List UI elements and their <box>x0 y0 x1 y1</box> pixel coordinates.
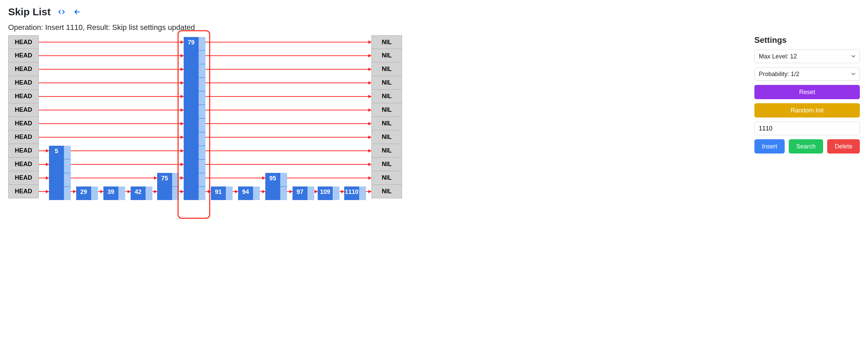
svg-marker-5 <box>73 190 76 193</box>
svg-marker-8 <box>100 190 103 193</box>
skip-node: 5 <box>49 146 71 200</box>
svg-marker-119 <box>368 40 371 44</box>
svg-marker-71 <box>368 149 371 153</box>
skip-node: 39 <box>103 186 125 200</box>
svg-marker-56 <box>46 163 49 166</box>
svg-marker-23 <box>235 190 238 193</box>
svg-marker-47 <box>181 176 184 180</box>
head-cell: HEAD <box>8 117 39 130</box>
value-input[interactable] <box>754 122 860 135</box>
svg-marker-98 <box>181 81 184 85</box>
skip-node-levels <box>226 186 233 200</box>
svg-marker-77 <box>368 136 371 139</box>
skip-node-value: 29 <box>76 186 91 200</box>
skip-node-levels <box>172 173 179 200</box>
svg-marker-50 <box>262 176 265 180</box>
skip-node-levels <box>253 186 260 200</box>
status-text: Operation: Insert 1110, Result: Skip lis… <box>8 23 860 32</box>
nil-cell: NIL <box>371 130 402 144</box>
svg-marker-92 <box>181 95 184 98</box>
reset-button[interactable]: Reset <box>754 85 860 99</box>
svg-marker-80 <box>181 122 184 125</box>
settings-heading: Settings <box>754 35 860 45</box>
svg-marker-83 <box>368 122 371 125</box>
skip-node-levels <box>199 37 205 200</box>
skip-node-value: 109 <box>318 186 333 200</box>
svg-marker-29 <box>289 190 293 193</box>
skip-node-value: 94 <box>238 186 253 200</box>
search-button[interactable]: Search <box>789 139 823 154</box>
skip-node-value: 1110 <box>344 186 359 200</box>
skip-node: 29 <box>76 186 98 200</box>
code-icon[interactable] <box>57 7 66 17</box>
svg-marker-95 <box>368 95 371 98</box>
nil-cell: NIL <box>371 171 402 185</box>
max-level-select[interactable]: Max Level: 12 <box>754 50 860 63</box>
svg-marker-32 <box>315 190 318 193</box>
skip-node: 95 <box>265 173 287 200</box>
nil-cell: NIL <box>371 103 402 117</box>
action-button-row: Insert Search Delete <box>754 139 860 154</box>
skip-node: 91 <box>211 186 233 200</box>
head-column: HEADHEADHEADHEADHEADHEADHEADHEADHEADHEAD… <box>8 35 39 198</box>
skip-node: 1110 <box>344 186 366 200</box>
skip-node-value: 39 <box>103 186 118 200</box>
svg-marker-26 <box>262 190 265 193</box>
head-cell: HEAD <box>8 185 39 198</box>
skip-node-levels <box>118 186 125 200</box>
skip-node-value: 42 <box>131 186 146 200</box>
skip-node-value: 5 <box>49 146 64 200</box>
skip-node-levels <box>359 186 366 200</box>
svg-marker-116 <box>181 40 184 44</box>
svg-marker-110 <box>181 54 184 57</box>
skip-node-value: 79 <box>184 37 199 200</box>
nil-cell: NIL <box>371 144 402 158</box>
delete-button[interactable]: Delete <box>827 139 860 154</box>
skip-node: 94 <box>238 186 260 200</box>
skip-node-levels <box>307 186 314 200</box>
head-cell: HEAD <box>8 158 39 171</box>
skip-node: 42 <box>131 186 152 200</box>
svg-marker-89 <box>368 108 371 112</box>
skip-node-levels <box>146 186 152 200</box>
svg-marker-104 <box>181 68 184 71</box>
svg-marker-74 <box>181 136 184 139</box>
nil-cell: NIL <box>371 35 402 49</box>
skip-node-value: 91 <box>211 186 226 200</box>
svg-marker-62 <box>368 163 371 166</box>
head-cell: HEAD <box>8 76 39 90</box>
skip-node: 109 <box>318 186 339 200</box>
page-header: Skip List <box>8 6 860 18</box>
skip-node: 97 <box>293 186 314 200</box>
skip-node-levels <box>333 186 339 200</box>
svg-marker-2 <box>46 190 49 193</box>
svg-marker-14 <box>154 190 157 193</box>
skip-node-value: 97 <box>293 186 307 200</box>
skip-node-levels <box>91 186 98 200</box>
random-init-button[interactable]: Random Init <box>754 103 860 118</box>
svg-marker-44 <box>154 176 157 180</box>
svg-marker-101 <box>368 81 371 85</box>
head-cell: HEAD <box>8 49 39 62</box>
head-cell: HEAD <box>8 103 39 117</box>
skip-node-value: 95 <box>265 173 280 200</box>
skip-node-levels <box>280 173 287 200</box>
svg-marker-86 <box>181 108 184 112</box>
nil-cell: NIL <box>371 185 402 198</box>
svg-marker-53 <box>368 176 371 180</box>
nil-cell: NIL <box>371 90 402 103</box>
svg-marker-59 <box>181 163 184 166</box>
svg-marker-11 <box>128 190 131 193</box>
skip-node-value: 75 <box>157 173 172 200</box>
svg-marker-113 <box>368 54 371 57</box>
skip-node: 75 <box>157 173 179 200</box>
svg-marker-107 <box>368 68 371 71</box>
back-arrow-icon[interactable] <box>72 7 82 17</box>
nil-cell: NIL <box>371 49 402 62</box>
probability-select[interactable]: Probability: 1/2 <box>754 67 860 81</box>
skip-node: 79 <box>184 37 205 200</box>
insert-button[interactable]: Insert <box>754 139 785 154</box>
head-cell: HEAD <box>8 90 39 103</box>
svg-marker-65 <box>46 149 49 153</box>
nil-cell: NIL <box>371 158 402 171</box>
